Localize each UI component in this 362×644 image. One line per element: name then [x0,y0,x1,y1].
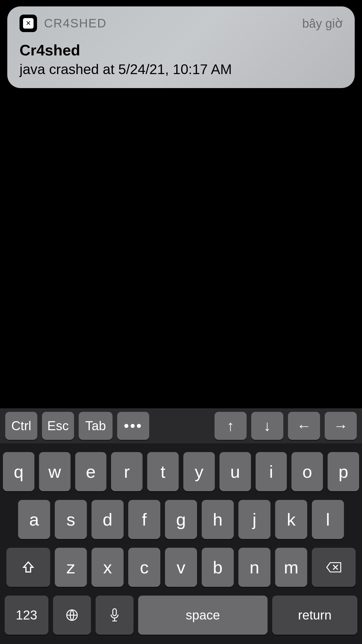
key-k[interactable]: k [275,500,307,539]
notification-title: Cr4shed [20,41,342,59]
notification-body: java crashed at 5/24/21, 10:17 AM [20,61,342,77]
arrow-left-key[interactable]: ← [288,412,320,440]
key-q[interactable]: q [3,452,34,491]
return-key[interactable]: return [272,596,357,635]
key-g[interactable]: g [165,500,197,539]
key-t[interactable]: t [147,452,179,491]
notification-time: bây giờ [302,16,342,31]
arrow-right-key[interactable]: → [325,412,357,440]
key-x[interactable]: x [92,548,124,587]
ctrl-key[interactable]: Ctrl [5,412,37,440]
shift-key[interactable] [6,548,50,587]
key-l[interactable]: l [312,500,344,539]
dictation-key[interactable] [96,596,133,635]
app-icon: ✕ [20,15,37,32]
key-m[interactable]: m [275,548,307,587]
key-w[interactable]: w [39,452,71,491]
arrow-up-key[interactable]: ↑ [215,412,247,440]
key-d[interactable]: d [92,500,124,539]
space-key[interactable]: space [138,596,268,635]
key-o[interactable]: o [291,452,323,491]
keyboard-accessory-bar: Ctrl Esc Tab ••• ↑ ↓ ← → [0,408,362,443]
key-p[interactable]: p [328,452,359,491]
more-key[interactable]: ••• [117,412,149,440]
key-c[interactable]: c [128,548,160,587]
notification-banner[interactable]: ✕ CR4SHED bây giờ Cr4shed java crashed a… [7,6,355,88]
backspace-key[interactable] [312,548,356,587]
key-n[interactable]: n [238,548,270,587]
key-y[interactable]: y [183,452,215,491]
key-b[interactable]: b [202,548,234,587]
key-e[interactable]: e [75,452,107,491]
numbers-key[interactable]: 123 [5,596,48,635]
key-v[interactable]: v [165,548,197,587]
key-f[interactable]: f [128,500,160,539]
arrow-down-key[interactable]: ↓ [251,412,283,440]
key-a[interactable]: a [18,500,50,539]
svg-rect-1 [113,609,116,616]
key-j[interactable]: j [238,500,270,539]
onscreen-keyboard: q w e r t y u i o p a s d f g h j k l z [0,443,362,644]
key-i[interactable]: i [256,452,287,491]
key-r[interactable]: r [111,452,143,491]
tab-key[interactable]: Tab [79,412,113,440]
key-h[interactable]: h [202,500,234,539]
esc-key[interactable]: Esc [42,412,74,440]
key-z[interactable]: z [55,548,87,587]
key-s[interactable]: s [55,500,87,539]
key-u[interactable]: u [219,452,251,491]
notification-app-name: CR4SHED [44,16,107,30]
globe-key[interactable] [53,596,91,635]
